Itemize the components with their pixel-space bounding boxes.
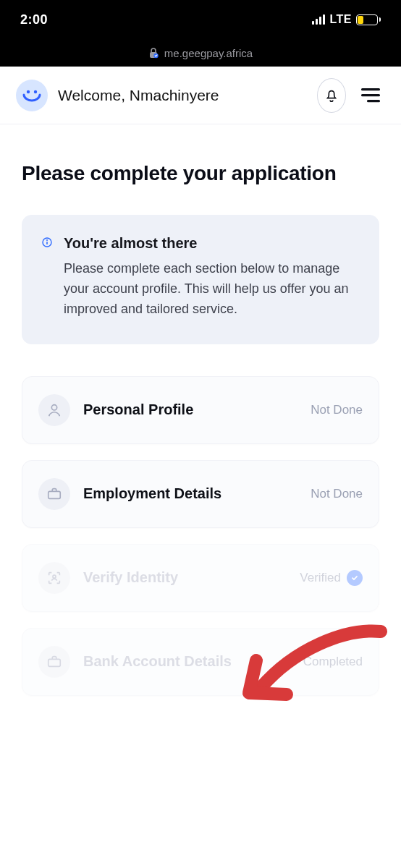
battery-icon: 32: [356, 14, 381, 25]
svg-rect-6: [367, 100, 380, 102]
section-list: Personal Profile Not Done Employment Det…: [22, 376, 379, 696]
section-status: Not Done: [311, 487, 363, 501]
svg-rect-13: [48, 659, 61, 666]
briefcase-icon: [38, 646, 70, 678]
person-icon: [38, 394, 70, 426]
check-icon: [347, 570, 363, 586]
briefcase-icon: [38, 478, 70, 510]
section-bank-account-details[interactable]: Bank Account Details Completed: [22, 628, 379, 696]
info-body: Please complete each section below to ma…: [64, 259, 359, 320]
section-employment-details[interactable]: Employment Details Not Done: [22, 460, 379, 528]
bell-icon: [324, 88, 339, 103]
svg-point-3: [34, 90, 37, 93]
menu-button[interactable]: [356, 81, 385, 110]
app-logo[interactable]: [16, 80, 48, 111]
section-label: Employment Details: [83, 485, 297, 503]
info-banner: You're almost there Please complete each…: [22, 215, 379, 344]
section-status: Not Done: [311, 403, 363, 417]
ios-status-bar: 2:00 LTE 32: [0, 0, 401, 39]
svg-rect-8: [46, 242, 48, 244]
network-label: LTE: [329, 13, 352, 26]
signal-icon: [312, 14, 325, 25]
info-icon: [42, 235, 52, 320]
browser-host: me.geegpay.africa: [164, 47, 253, 59]
page-title: Please complete your application: [22, 161, 379, 186]
lock-icon: [148, 47, 159, 59]
section-verify-identity[interactable]: Verify Identity Verified: [22, 544, 379, 612]
section-status: Verified: [300, 570, 363, 586]
svg-point-10: [51, 404, 56, 409]
section-personal-profile[interactable]: Personal Profile Not Done: [22, 376, 379, 444]
battery-level: 32: [360, 25, 368, 33]
scan-id-icon: [38, 562, 70, 594]
info-title: You're almost there: [64, 235, 359, 252]
svg-rect-11: [48, 491, 61, 498]
main-content: Please complete your application You're …: [0, 124, 401, 696]
svg-rect-5: [361, 94, 380, 96]
status-time: 2:00: [20, 12, 312, 27]
section-label: Verify Identity: [83, 569, 287, 587]
svg-point-2: [27, 90, 30, 93]
welcome-text: Welcome, Nmachinyere: [58, 87, 307, 104]
section-status: Completed: [303, 655, 363, 669]
svg-rect-4: [361, 88, 380, 90]
section-label: Bank Account Details: [83, 652, 290, 671]
menu-icon: [361, 88, 380, 103]
app-header: Welcome, Nmachinyere: [0, 67, 401, 124]
notifications-button[interactable]: [317, 81, 346, 110]
svg-point-9: [46, 239, 48, 241]
section-label: Personal Profile: [83, 401, 297, 419]
svg-point-12: [53, 575, 56, 578]
browser-address-bar[interactable]: me.geegpay.africa: [0, 39, 401, 67]
